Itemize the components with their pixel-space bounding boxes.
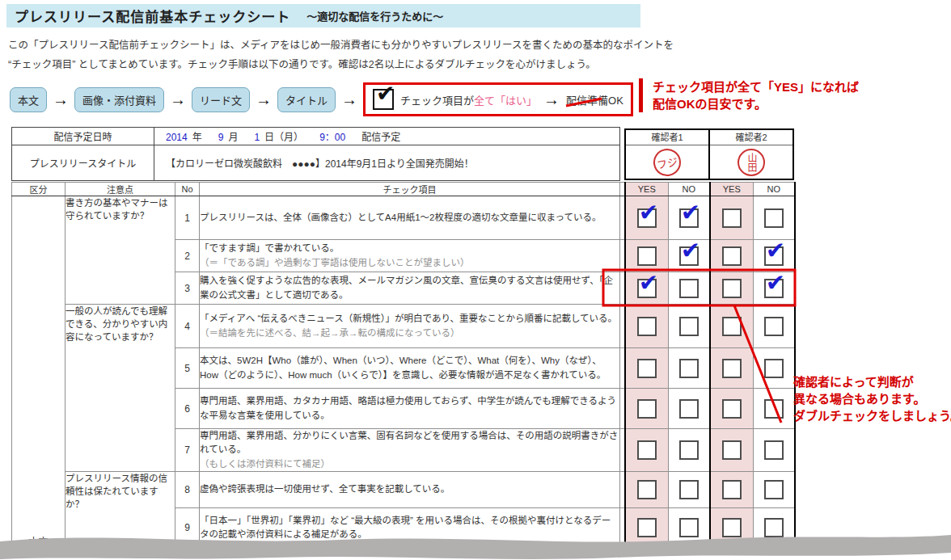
checkbox-checker1-yes-row4[interactable] <box>637 317 657 336</box>
checkbox-checker2-yes-row6[interactable] <box>722 399 742 419</box>
checker-2-label: 確認者2 <box>710 130 792 145</box>
checkbox-checker1-no-row1[interactable]: ✔ <box>679 208 699 228</box>
check-item-text: 「日本一」「世界初」「業界初」など “最大級の表現” を用いる場合は、その根拠や… <box>200 514 619 542</box>
annotation-bottom-line-1: 確認者によって判断が <box>793 373 951 390</box>
table-row: 一般の人が読んでも理解できる、分かりやすい内容になっていますか？4「メディアへ … <box>12 305 795 348</box>
checkbox-checker2-no-row8[interactable] <box>764 480 784 499</box>
checkbox-checker1-yes-row3[interactable]: ✔ <box>637 279 657 298</box>
checker-header: 確認者1 フジ 確認者2 山田 <box>624 128 794 180</box>
release-title-label: プレスリリースタイトル <box>12 145 154 181</box>
checkbox-checker1-yes-row9[interactable] <box>637 518 657 537</box>
checkbox-checker2-no-row4[interactable] <box>764 317 784 336</box>
annotation-bottom-line-3: ダブルチェックをしましょう。 <box>793 407 951 424</box>
check-icon: ✔ <box>681 199 700 226</box>
checkbox-checker1-yes-row7[interactable] <box>637 440 657 460</box>
intro-text: この「プレスリリース配信前チェックシート」は、メディアをはじめ一般消費者にも分か… <box>8 36 674 74</box>
checkbox-checker2-yes-row9[interactable] <box>722 518 742 537</box>
check-item-cell: 専門用語、業界用語、分かりにくい言葉、固有名詞などを使用する場合は、その用語の説… <box>200 429 620 472</box>
checkbox-checker1-no-row6[interactable] <box>679 399 699 419</box>
checkbox-checker2-yes-row1[interactable] <box>722 208 742 228</box>
check-cell: ✔ <box>754 240 795 272</box>
check-cell <box>625 471 669 507</box>
release-title-value: 【カロリーゼロ微炭酸飲料 ●●●●】2014年9月1日より全国発売開始！ <box>154 145 620 181</box>
flow-diagram: 本文 → 画像・添付資料 → リード文 → タイトル → ✔ チェック項目が全て… <box>10 82 633 116</box>
checkbox-checker1-no-row5[interactable] <box>679 359 699 378</box>
checkbox-checker2-no-row2[interactable]: ✔ <box>764 246 784 266</box>
header-item: チェック項目 <box>200 183 620 196</box>
checkbox-checker1-no-row9[interactable] <box>679 518 699 537</box>
checker-1-stamp: フジ <box>651 146 683 178</box>
annotation-top-line-1: チェック項目が全て「YES」になれば <box>653 78 859 95</box>
checker-1-label: 確認者1 <box>626 130 708 145</box>
flow-check-label-highlight: 全て「はい」 <box>474 95 537 107</box>
check-item-cell: 購入を強く促すような広告的な表現、メールマガジン風の文章、宣伝臭のする文言は使用… <box>200 272 620 305</box>
flow-ok-label: 配信準備OK <box>566 92 623 107</box>
header-checker1-no: NO <box>669 183 710 196</box>
check-cell <box>754 196 795 240</box>
arrow-right-icon: → <box>53 91 69 107</box>
checker-2-stamp: 山田 <box>738 149 765 176</box>
checkbox-checker2-no-row5[interactable] <box>764 359 784 378</box>
check-item-cell: 本文は、5W2H【Who（誰が）、When（いつ）、Where（どこで）、Wha… <box>200 348 620 389</box>
checkbox-checker1-yes-row6[interactable] <box>637 399 657 419</box>
checkbox-checker2-yes-row5[interactable] <box>722 359 742 378</box>
checkbox-checker1-no-row2[interactable]: ✔ <box>679 246 699 266</box>
check-item-text: プレスリリースは、全体（画像含む）としてA4用紙1～2枚程度の適切な文章量に収ま… <box>200 211 619 225</box>
arrow-right-icon: → <box>170 91 186 107</box>
check-cell <box>669 471 710 507</box>
checkbox-checker1-no-row7[interactable] <box>679 440 699 460</box>
checkbox-checker2-yes-row3[interactable] <box>722 279 742 298</box>
row-number: 4 <box>175 305 200 348</box>
info-table: 配信予定日時 2014年9月1日（月）9：00配信予定 プレスリリースタイトル … <box>11 127 620 181</box>
check-item-text: 「メディアへ “伝えるべきニュース（新規性）」が明白であり、重要なことから順番に… <box>200 312 619 326</box>
check-icon: ✔ <box>766 269 785 297</box>
check-cell <box>669 429 710 472</box>
checkbox-checker2-no-row6[interactable] <box>764 399 784 419</box>
checkbox-checker2-no-row7[interactable] <box>764 440 784 460</box>
intro-line-2: “チェック項目” としてまとめています。チェック手順は以下の通りです。確認は2名… <box>8 55 674 74</box>
arrow-right-icon: → <box>256 91 272 107</box>
check-cell <box>625 348 669 389</box>
note-group-cell: 書き方の基本やマナーは守られていますか？ <box>66 196 175 305</box>
table-row: 本文書き方の基本やマナーは守られていますか？1プレスリリースは、全体（画像含む）… <box>12 196 795 240</box>
check-cell: ✔ <box>669 196 710 240</box>
check-cell <box>669 272 710 305</box>
checkbox-checker1-no-row8[interactable] <box>679 480 699 499</box>
checkbox-checker1-no-row4[interactable] <box>679 317 699 336</box>
checkbox-checker2-no-row3[interactable]: ✔ <box>764 279 784 298</box>
check-cell <box>625 389 669 429</box>
check-item-text: 本文は、5W2H【Who（誰が）、When（いつ）、Where（どこで）、Wha… <box>200 354 619 382</box>
checkbox-checker1-yes-row8[interactable] <box>637 480 657 499</box>
flow-step-images: 画像・添付資料 <box>74 87 164 112</box>
flow-check-label-prefix: チェック項目が <box>400 95 474 107</box>
check-cell <box>625 240 669 272</box>
flow-step-body: 本文 <box>10 87 47 112</box>
date-year-unit: 年 <box>192 132 202 143</box>
note-group-cell: 一般の人が読んでも理解できる、分かりやすい内容になっていますか？ <box>66 305 175 472</box>
check-item-cell: プレスリリースは、全体（画像含む）としてA4用紙1～2枚程度の適切な文章量に収ま… <box>200 196 620 240</box>
check-cell <box>710 305 754 348</box>
check-item-text: 虚偽や誇張表現は一切使用せず、全て事実を記載している。 <box>200 482 619 496</box>
checkbox-checker2-yes-row2[interactable] <box>722 246 742 266</box>
check-icon: ✔ <box>681 237 700 264</box>
date-label: 配信予定日時 <box>12 128 154 145</box>
date-note: 配信予定 <box>361 132 400 143</box>
category-cell: 本文 <box>12 196 66 549</box>
checkbox-checker1-yes-row1[interactable]: ✔ <box>637 208 657 228</box>
check-cell <box>710 471 754 507</box>
check-cell <box>710 389 754 429</box>
checkbox-checker2-yes-row7[interactable] <box>722 440 742 460</box>
arrow-right-icon: → <box>543 91 560 107</box>
checkbox-checker1-yes-row2[interactable] <box>637 246 657 266</box>
check-cell: ✔ <box>669 240 710 272</box>
checkbox-checker2-yes-row8[interactable] <box>722 480 742 499</box>
intro-line-1: この「プレスリリース配信前チェックシート」は、メディアをはじめ一般消費者にも分か… <box>8 36 674 55</box>
row-number: 5 <box>175 348 200 389</box>
checkbox-checker1-yes-row5[interactable] <box>637 359 657 378</box>
check-cell <box>669 389 710 429</box>
checkbox-checker2-no-row9[interactable] <box>764 518 784 537</box>
check-item-note: （＝結論を先に述べる、結→起→承→転の構成になっている） <box>200 326 619 340</box>
checkbox-checker2-yes-row4[interactable] <box>722 317 742 336</box>
checkbox-checker1-no-row3[interactable] <box>679 279 699 298</box>
checkbox-checker2-no-row1[interactable] <box>764 208 784 228</box>
